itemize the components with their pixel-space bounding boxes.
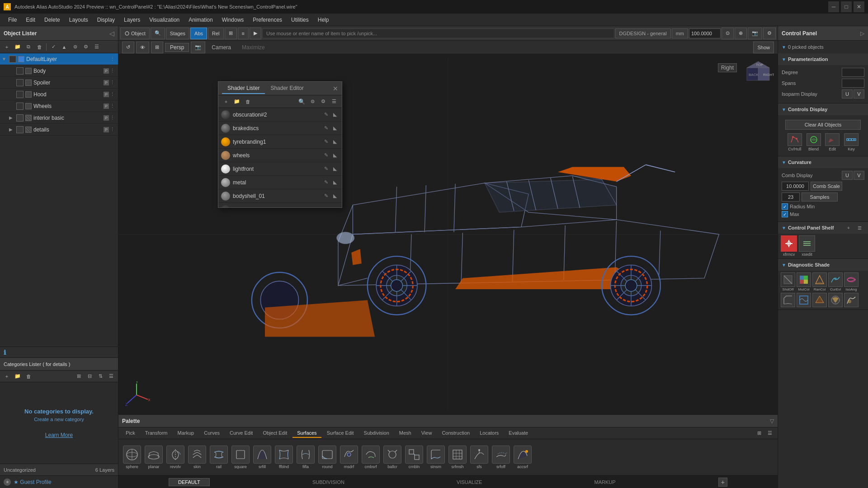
layer-item-spoiler[interactable]: Spoiler P ⋮ [0,77,118,89]
layer-options[interactable]: ⋮ [110,56,116,62]
guest-profile-button[interactable]: ★ Guest Profile [14,479,52,485]
shader-item-lightfront[interactable]: lightfront ✎ ◣ [218,162,342,176]
diag-item-9[interactable] [828,293,843,308]
xfrmcv-shelf-item[interactable]: xfrmcv [781,235,797,257]
minimize-button[interactable]: ─ [828,1,839,12]
menu-delete[interactable]: Delete [40,15,65,25]
diag-item-10[interactable] [844,293,859,308]
status-visualize[interactable]: VISUALIZE [447,478,491,486]
create-category-button[interactable]: Create a new category [34,417,84,422]
search-button[interactable]: 🔍 [151,28,165,39]
list-button[interactable]: ☰ [92,42,102,52]
list-toggle-btn[interactable]: ≡ [238,28,249,39]
learn-more-link[interactable]: Learn More [45,432,73,438]
restore-button[interactable]: □ [841,1,852,12]
comb-display-v-button[interactable]: V [854,171,864,180]
check-button[interactable]: ✓ [48,42,58,52]
comb-value-input[interactable] [782,182,809,191]
shader-settings-btn[interactable]: ⚙ [318,97,328,107]
camera-options-btn[interactable]: 📷 [748,28,762,39]
shader-item-tyres[interactable]: tyres ✎ ◣ [218,203,342,207]
palette-tab-locators[interactable]: Locators [475,429,503,438]
shader-assign-btn[interactable]: ◣ [331,111,339,119]
rancol-item[interactable]: RanCol [812,272,827,291]
object-btn[interactable]: Object [120,28,150,39]
folder-btn[interactable]: 📁 [13,371,23,381]
menu-display[interactable]: Display [93,15,119,25]
status-subdivision[interactable]: SUBDIVISION [303,478,354,486]
shader-edit-btn[interactable]: ✎ [322,138,330,146]
controls-display-header[interactable]: ▼ Controls Display [778,103,868,115]
palette-tool-rail[interactable]: rail [209,446,229,469]
shader-assign-btn[interactable]: ◣ [331,178,339,187]
palette-tool-square[interactable]: square [231,446,250,469]
shader-edit-btn[interactable]: ✎ [322,111,330,119]
settings-btn2[interactable]: ⚙ [763,28,776,39]
curvature-section-header[interactable]: ▼ Curvature [778,156,868,168]
shader-edit-btn[interactable]: ✎ [322,165,330,173]
play-btn[interactable]: ▶ [250,28,261,39]
palette-tab-view[interactable]: View [417,429,437,438]
sort-btn[interactable]: ⇅ [95,371,105,381]
degree-input[interactable] [842,68,864,77]
cube-nav[interactable]: RIGHT BACK TOP [742,58,774,89]
palette-tab-markup[interactable]: Markup [173,429,199,438]
edit-control[interactable]: Edit [825,133,840,151]
abs-btn[interactable]: Abs [190,28,207,39]
shader-assign-btn[interactable]: ◣ [331,165,339,173]
control-panel-expand[interactable]: ▷ [860,30,864,37]
shader-item-obscuration[interactable]: obscuration#2 ✎ ◣ [218,108,342,122]
palette-tab-pick[interactable]: Pick [121,429,140,438]
palette-tool-crnbln[interactable]: crnbln [404,446,424,469]
shader-filter-btn[interactable]: ⊜ [307,97,317,107]
comb-scale-button[interactable]: Comb Scale [811,182,842,191]
shader-lister-tab[interactable]: Shader Lister [222,83,265,94]
curevl-item[interactable]: CurEvl [828,272,843,291]
shader-edit-btn[interactable]: ✎ [322,192,330,200]
shader-item-bodyshell01[interactable]: bodyshell_01 ✎ ◣ [218,189,342,203]
snap-btn[interactable]: ⊙ [722,28,734,39]
status-default[interactable]: DEFAULT [169,478,210,486]
reset-view-btn[interactable]: ↺ [122,42,134,53]
layer-visibility-check[interactable] [16,126,24,133]
isoparm-u-button[interactable]: U [842,89,853,99]
palette-tool-sfs[interactable]: sfs [469,446,489,469]
persp-btn[interactable]: Persp [165,43,189,52]
layer-item-hood[interactable]: Hood P ⋮ [0,89,118,100]
shdoff-item[interactable]: ShdOff [781,272,795,291]
grid-view2-btn[interactable]: ⊞ [151,42,163,53]
layer-visibility-check[interactable] [16,91,24,98]
palette-tool-round[interactable]: round [317,446,337,469]
shader-panel-close[interactable]: ✕ [333,85,338,92]
shader-delete-btn[interactable]: 🗑 [243,97,253,107]
shader-item-brakediscs[interactable]: brakediscs ✎ ◣ [218,122,342,135]
layer-visibility-check[interactable] [16,114,24,122]
add-layer-button[interactable]: + [2,42,12,52]
cvhull-control[interactable]: Cv/Hull [788,133,802,151]
cp-shelf-header[interactable]: ▼ Control Panel Shelf + ☰ [778,222,868,234]
key-control[interactable]: Key [844,133,859,151]
shader-edit-btn[interactable]: ✎ [322,206,330,208]
shader-folder-btn[interactable]: 📁 [232,97,242,107]
palette-tab-subdivision[interactable]: Subdivision [359,429,394,438]
layer-options[interactable]: ⋮ [110,127,116,132]
radius-min-checkbox[interactable]: ✓ [782,203,788,210]
palette-tool-srfmsh[interactable]: srfmsh [448,446,467,469]
magnet-btn[interactable]: ⊕ [735,28,747,39]
layer-options[interactable]: ⋮ [110,91,116,97]
palette-tool-msdrf[interactable]: msdrf [339,446,359,469]
palette-tool-srfoff[interactable]: srfoff [491,446,511,469]
palette-tool-planar[interactable]: planar [144,446,164,469]
layer-visibility-check[interactable] [16,67,24,75]
radius-max-checkbox[interactable]: ✓ [782,211,788,217]
diagnostic-shade-header[interactable]: ▼ Diagnostic Shade [778,259,868,271]
layer-item-interior-basic[interactable]: ▶ interior basic P ⋮ [0,112,118,124]
layer-options[interactable]: ⋮ [110,68,116,74]
palette-tab-objectedit[interactable]: Object Edit [258,429,292,438]
palette-tab-surfaceedit[interactable]: Surface Edit [322,429,359,438]
parameterization-section-header[interactable]: ▼ Parameterization [778,53,868,65]
delete-cat-btn[interactable]: 🗑 [24,371,33,381]
shader-add-btn[interactable]: + [221,97,231,107]
layer-options[interactable]: ⋮ [110,80,116,85]
palette-tool-fifla[interactable]: fifla [296,446,316,469]
